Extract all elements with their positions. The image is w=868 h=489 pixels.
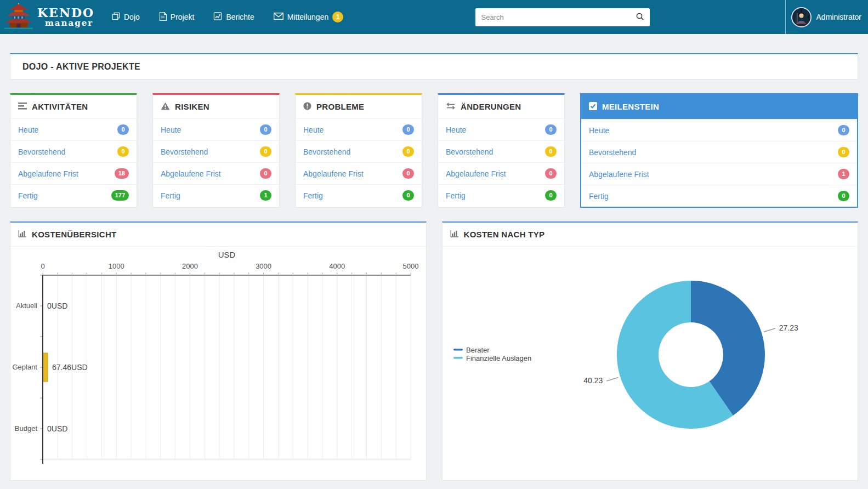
- top-navbar: KENDO manager Dojo Projek: [0, 0, 868, 34]
- row-link[interactable]: Fertig: [303, 191, 323, 200]
- row-link[interactable]: Heute: [18, 126, 38, 134]
- count-badge: 0: [117, 146, 129, 157]
- nav-item-berichte[interactable]: Berichte: [213, 12, 254, 22]
- panel-kosten-nach-typ: KOSTEN NACH TYP 27.2340.23BeraterFinanzi…: [442, 221, 859, 481]
- row-link[interactable]: Bevorstehend: [18, 147, 65, 156]
- svg-text:67.46USD: 67.46USD: [52, 363, 88, 372]
- warning-triangle-icon: [161, 102, 170, 112]
- card-row: Abgelaufene Frist 0: [296, 162, 422, 184]
- card-row: Heute 0: [581, 119, 857, 141]
- svg-text:5000: 5000: [403, 262, 419, 270]
- count-badge: 0: [260, 168, 271, 179]
- line-chart-icon: [213, 12, 222, 22]
- row-link[interactable]: Fertig: [446, 191, 466, 200]
- card-probleme: PROBLEME Heute 0 Bevorstehend 0 Abgelauf…: [295, 93, 422, 208]
- card-row: Fertig 177: [10, 184, 137, 206]
- svg-text:0USD: 0USD: [47, 302, 67, 310]
- svg-text:0: 0: [41, 262, 44, 270]
- card-header: AKTIVITÄTEN: [10, 95, 137, 118]
- row-link[interactable]: Abgelaufene Frist: [589, 170, 649, 179]
- row-link[interactable]: Heute: [161, 126, 181, 134]
- row-link[interactable]: Abgelaufene Frist: [161, 169, 221, 178]
- card-row: Heute 0: [296, 118, 422, 140]
- card-row: Heute 0: [10, 118, 137, 140]
- count-badge: 1: [838, 169, 849, 179]
- row-link[interactable]: Abgelaufene Frist: [18, 169, 78, 178]
- count-badge: 1: [260, 190, 271, 201]
- svg-text:Berater: Berater: [466, 346, 490, 354]
- brand-logo[interactable]: KENDO manager: [4, 3, 112, 31]
- row-link[interactable]: Fertig: [161, 191, 180, 200]
- count-badge: 0: [402, 190, 414, 201]
- svg-text:0USD: 0USD: [47, 424, 67, 433]
- card-row: Fertig 0: [438, 184, 564, 206]
- svg-text:4000: 4000: [329, 262, 345, 270]
- card-row: Bevorstehend 0: [10, 140, 137, 162]
- search-button[interactable]: [632, 10, 648, 25]
- svg-text:1000: 1000: [109, 262, 124, 270]
- count-badge: 0: [402, 146, 414, 157]
- count-badge: 0: [545, 146, 557, 157]
- main-content: DOJO - AKTIVE PROJEKTE AKTIVITÄTEN Heute: [10, 53, 858, 481]
- brand-title: KENDO: [37, 7, 94, 19]
- row-link[interactable]: Heute: [589, 126, 609, 135]
- count-badge: 0: [545, 124, 557, 135]
- user-name: Administrator: [816, 13, 861, 21]
- card-row: Fertig 1: [153, 184, 279, 206]
- card-aenderungen: ÄNDERUNGEN Heute 0 Bevorstehend 0 Abgela…: [438, 93, 565, 208]
- dojo-icon: [112, 12, 120, 22]
- count-badge: 0: [260, 124, 271, 135]
- row-link[interactable]: Fertig: [18, 191, 38, 200]
- count-badge: 0: [117, 124, 129, 135]
- card-row: Abgelaufene Frist 0: [438, 162, 564, 184]
- row-link[interactable]: Bevorstehend: [446, 147, 493, 156]
- card-row: Bevorstehend 0: [438, 140, 564, 162]
- row-link[interactable]: Bevorstehend: [303, 147, 350, 156]
- card-row: Abgelaufene Frist 18: [10, 162, 137, 184]
- row-link[interactable]: Heute: [303, 126, 324, 134]
- page-title: DOJO - AKTIVE PROJEKTE: [22, 62, 140, 72]
- bar-chart-icon: [450, 230, 459, 239]
- row-link[interactable]: Bevorstehend: [589, 148, 636, 157]
- card-row: Bevorstehend 0: [153, 140, 279, 162]
- user-menu[interactable]: Administrator: [785, 0, 868, 34]
- avatar: [791, 7, 812, 27]
- card-row: Heute 0: [438, 118, 564, 140]
- list-icon: [18, 102, 27, 111]
- search-input[interactable]: [475, 8, 650, 26]
- nav-item-projekt[interactable]: Projekt: [159, 12, 195, 22]
- search-bar: [475, 8, 650, 26]
- card-row: Heute 0: [153, 118, 279, 140]
- check-square-icon: [589, 102, 597, 112]
- row-link[interactable]: Heute: [446, 126, 466, 134]
- card-header: ÄNDERUNGEN: [438, 95, 564, 118]
- card-risiken: RISIKEN Heute 0 Bevorstehend 0 Abgelaufe…: [152, 93, 280, 208]
- document-icon: [159, 12, 167, 22]
- row-link[interactable]: Bevorstehend: [161, 147, 208, 156]
- card-meilenstein: MEILENSTEIN Heute 0 Bevorstehend 0 Abgel…: [580, 93, 858, 208]
- panel-kostenuebersicht: KOSTENÜBERSICHT USD010002000300040005000…: [10, 221, 427, 481]
- card-row: Fertig 0: [296, 184, 422, 206]
- summary-cards-row: AKTIVITÄTEN Heute 0 Bevorstehend 0 Abgel…: [10, 93, 858, 208]
- donut-chart: 27.2340.23BeraterFinanzielle Auslagen: [442, 247, 858, 481]
- card-row: Fertig 0: [581, 185, 857, 207]
- count-badge: 0: [838, 125, 849, 135]
- panel-header: KOSTEN NACH TYP: [442, 223, 858, 247]
- search-icon: [636, 14, 644, 22]
- svg-text:27.23: 27.23: [779, 323, 798, 332]
- charts-row: KOSTENÜBERSICHT USD010002000300040005000…: [10, 221, 858, 481]
- row-link[interactable]: Abgelaufene Frist: [446, 169, 506, 178]
- count-badge: 0: [545, 168, 557, 179]
- svg-text:3000: 3000: [256, 262, 271, 270]
- count-badge: 0: [838, 191, 849, 201]
- main-nav: Dojo Projekt Berichte: [112, 12, 362, 22]
- svg-text:Finanzielle Auslagen: Finanzielle Auslagen: [466, 354, 531, 362]
- count-badge: 0: [402, 168, 414, 179]
- card-header: PROBLEME: [296, 95, 422, 118]
- panel-header: KOSTENÜBERSICHT: [10, 223, 426, 247]
- nav-item-mitteilungen[interactable]: Mitteilungen 1: [274, 12, 344, 22]
- row-link[interactable]: Abgelaufene Frist: [303, 169, 364, 178]
- count-badge: 0: [545, 190, 557, 201]
- nav-item-dojo[interactable]: Dojo: [112, 12, 140, 22]
- row-link[interactable]: Fertig: [589, 192, 609, 201]
